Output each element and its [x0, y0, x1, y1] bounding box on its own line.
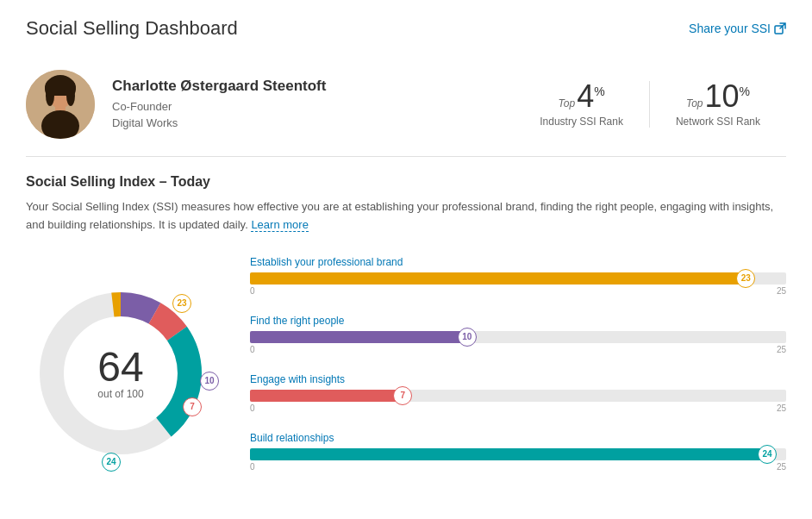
profile-company: Digital Works: [112, 116, 178, 129]
bar-row: Find the right people 10 0 25: [250, 315, 786, 354]
profile-name: Charlotte Østergaard Steentoft: [112, 78, 514, 95]
network-rank-item: Top 10% Network SSI Rank: [649, 81, 786, 128]
bar-value-badge: 7: [393, 386, 412, 405]
industry-rank-number: 4%: [577, 81, 604, 112]
bar-fill: 24: [250, 448, 765, 460]
ssi-section-desc: Your Social Selling Index (SSI) measures…: [26, 198, 786, 234]
industry-rank-top-row: Top 4%: [540, 81, 623, 112]
bar-fill: 23: [250, 272, 743, 285]
ssi-content: 64 out of 100 23 10 7 24 Establish your …: [26, 256, 786, 491]
industry-rank-item: Top 4% Industry SSI Rank: [514, 81, 649, 128]
bar-axis-max: 25: [777, 462, 786, 472]
bar-axis: 0 25: [250, 462, 786, 472]
avatar: [26, 70, 95, 139]
bar-label: Find the right people: [250, 315, 786, 327]
page-title: Social Selling Dashboard: [26, 17, 238, 40]
network-top-word: Top: [686, 97, 703, 109]
bar-value-badge: 24: [758, 445, 777, 464]
bar-row: Establish your professional brand 23 0 2…: [250, 256, 786, 296]
donut-score: 64: [97, 347, 143, 388]
network-rank-percent: %: [740, 84, 750, 98]
industry-rank-percent: %: [594, 84, 604, 98]
bar-axis-min: 0: [250, 286, 255, 296]
bar-row: Engage with insights 7 0 25: [250, 373, 786, 413]
network-rank-top-row: Top 10%: [676, 81, 760, 112]
header-row: Social Selling Dashboard Share your SSI: [26, 17, 786, 40]
bar-track: 7: [250, 390, 786, 402]
bar-value-badge: 23: [736, 269, 755, 288]
donut-badge-purple: 10: [200, 372, 219, 391]
avatar-svg: [26, 70, 95, 139]
bar-fill: 7: [250, 390, 400, 402]
profile-job-title: Co-Founder: [112, 100, 172, 113]
ssi-ranks: Top 4% Industry SSI Rank Top 10% Network…: [514, 81, 786, 128]
donut-badge-red: 7: [183, 397, 202, 416]
donut-out-of: out of 100: [97, 388, 143, 400]
page-container: Social Selling Dashboard Share your SSI: [0, 0, 812, 519]
donut-center: 64 out of 100: [97, 347, 143, 400]
profile-info: Charlotte Østergaard Steentoft Co-Founde…: [112, 78, 514, 132]
bar-axis: 0 25: [250, 286, 786, 296]
ssi-section-title: Social Selling Index – Today: [26, 174, 786, 190]
bar-axis-min: 0: [250, 345, 255, 354]
external-link-icon: [774, 22, 786, 34]
donut-badge-orange: 23: [172, 294, 191, 313]
donut-badge-teal: 24: [102, 453, 121, 472]
profile-title: Co-Founder Digital Works: [112, 98, 514, 132]
bar-axis-max: 25: [777, 345, 786, 354]
share-ssi-label: Share your SSI: [689, 22, 771, 35]
bar-label: Establish your professional brand: [250, 256, 786, 268]
donut-chart: 64 out of 100 23 10 7 24: [26, 278, 215, 468]
bar-axis-min: 0: [250, 403, 255, 413]
bar-fill: 10: [250, 331, 465, 343]
bar-axis-max: 25: [777, 286, 786, 296]
bar-axis: 0 25: [250, 403, 786, 413]
bar-value-badge: 10: [458, 328, 477, 347]
bar-label: Engage with insights: [250, 373, 786, 385]
network-rank-desc: Network SSI Rank: [676, 116, 760, 128]
bar-track: 23: [250, 272, 786, 285]
ssi-section: Social Selling Index – Today Your Social…: [26, 174, 786, 491]
bar-axis-min: 0: [250, 462, 255, 472]
industry-top-word: Top: [559, 97, 576, 109]
industry-rank-desc: Industry SSI Rank: [540, 116, 623, 128]
network-rank-number: 10%: [705, 81, 751, 112]
share-ssi-link[interactable]: Share your SSI: [689, 22, 786, 35]
bar-axis-max: 25: [777, 403, 786, 413]
profile-section: Charlotte Østergaard Steentoft Co-Founde…: [26, 57, 786, 157]
bar-track: 24: [250, 448, 786, 460]
bars-container: Establish your professional brand 23 0 2…: [250, 256, 786, 491]
bar-label: Build relationships: [250, 432, 786, 444]
bar-row: Build relationships 24 0 25: [250, 432, 786, 472]
bar-track: 10: [250, 331, 786, 343]
learn-more-link[interactable]: Learn more: [251, 218, 308, 232]
bar-axis: 0 25: [250, 345, 786, 354]
svg-rect-8: [45, 78, 76, 96]
